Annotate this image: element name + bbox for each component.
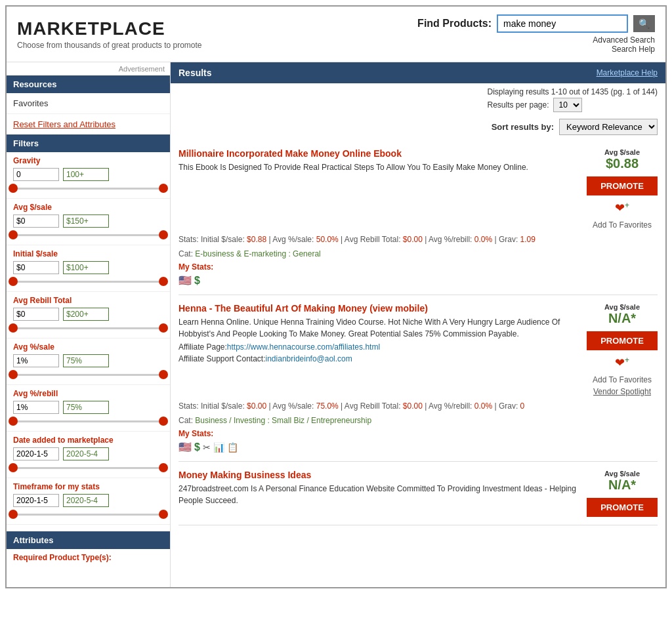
filter-avg-pct-sale-min[interactable]: [13, 354, 59, 367]
table-row: Money Making Business Ideas 247broadstre…: [178, 462, 658, 525]
product-title[interactable]: Henna - The Beautiful Art Of Making Mone…: [178, 303, 428, 314]
search-button[interactable]: 🔍: [633, 15, 655, 32]
filter-avg-pct-sale-max[interactable]: [63, 354, 109, 367]
slider-track: [13, 420, 163, 422]
slider-thumb-right[interactable]: [159, 230, 168, 239]
promote-button[interactable]: PROMOTE: [587, 176, 658, 195]
filter-gravity-slider[interactable]: [13, 184, 163, 193]
marketplace-subtitle: Choose from thousands of great products …: [17, 41, 202, 50]
header: MARKETPLACE Choose from thousands of gre…: [7, 7, 665, 62]
filter-timeframe-inputs: [13, 494, 163, 507]
filter-initial-sale-max[interactable]: [63, 261, 109, 274]
slider-thumb-left[interactable]: [9, 510, 18, 519]
tools-icon: ✂: [203, 442, 211, 453]
results-displaying: Displaying results 1-10 out of 1435 (pg.…: [488, 87, 658, 112]
search-input[interactable]: [497, 14, 628, 33]
filter-avg-pct-rebill-min[interactable]: [13, 401, 59, 414]
filter-timeframe-max[interactable]: [63, 494, 109, 507]
promote-button[interactable]: PROMOTE: [587, 331, 658, 350]
filter-avg-pct-sale-inputs: [13, 354, 163, 367]
search-row: Find Products: 🔍: [417, 14, 655, 33]
slider-thumb-left[interactable]: [9, 463, 18, 472]
filter-rebill-total-min[interactable]: [13, 308, 59, 321]
advanced-search-link[interactable]: Advanced Search: [593, 35, 655, 45]
filter-initial-sale-min[interactable]: [13, 261, 59, 274]
slider-thumb-right[interactable]: [159, 510, 168, 519]
affiliate-page-link[interactable]: https://www.hennacourse.com/affiliates.h…: [227, 342, 380, 352]
category-link[interactable]: E-business & E-marketing : General: [195, 249, 320, 258]
slider-track: [13, 281, 163, 283]
results-info: Displaying results 1-10 out of 1435 (pg.…: [171, 83, 665, 116]
product-row: Henna - The Beautiful Art Of Making Mone…: [178, 303, 658, 396]
search-label: Find Products:: [417, 18, 492, 30]
resources-title: Resources: [7, 75, 170, 93]
product-row: Money Making Business Ideas 247broadstre…: [178, 470, 658, 517]
favorites-item[interactable]: Favorites: [7, 93, 170, 114]
product-title[interactable]: Millionaire Incorporated Make Money Onli…: [178, 148, 402, 159]
marketplace-title: MARKETPLACE: [17, 18, 202, 39]
product-right: Avg $/sale $0.88 PROMOTE ❤+ Add To Favor…: [579, 148, 658, 230]
stat-rebill: $0.00: [403, 401, 423, 411]
per-page-select[interactable]: 10 20 50: [553, 98, 582, 112]
table-row: Henna - The Beautiful Art Of Making Mone…: [178, 295, 658, 462]
main-layout: Advertisement Resources Favorites Reset …: [7, 62, 665, 587]
filter-avg-sale-slider[interactable]: [13, 230, 163, 239]
filter-avg-sale-max[interactable]: [63, 214, 109, 228]
search-help-link[interactable]: Search Help: [612, 45, 655, 54]
filter-date-added-slider[interactable]: [13, 463, 163, 472]
filter-timeframe-min[interactable]: [13, 494, 59, 507]
filter-avg-pct-rebill-inputs: [13, 401, 163, 414]
product-description: This Ebook Is Designed To Provide Real P…: [178, 161, 579, 173]
reset-filters-link[interactable]: Reset Filters and Attributes: [7, 114, 170, 134]
filter-initial-sale-inputs: [13, 261, 163, 274]
filter-initial-sale-slider[interactable]: [13, 277, 163, 286]
slider-thumb-left[interactable]: [9, 230, 18, 239]
avg-sale-value: N/A*: [587, 478, 658, 493]
stat-initial: $0.88: [247, 235, 266, 244]
slider-thumb-right[interactable]: [159, 323, 168, 333]
slider-thumb-right[interactable]: [159, 370, 168, 379]
slider-thumb-left[interactable]: [9, 277, 18, 286]
filter-date-added-min[interactable]: [13, 447, 59, 460]
add-to-favorites-link[interactable]: Add To Favorites: [587, 220, 658, 230]
slider-thumb-left[interactable]: [9, 184, 18, 193]
filter-timeframe-slider[interactable]: [13, 510, 163, 519]
filter-rebill-total-max[interactable]: [63, 308, 109, 321]
my-stats-icons: 🇺🇸 $: [178, 274, 658, 287]
favorites-link[interactable]: Favorites: [13, 98, 48, 108]
filter-avg-pct-sale-slider[interactable]: [13, 370, 163, 379]
filter-avg-pct-rebill-label: Avg %/rebill: [13, 389, 163, 398]
slider-thumb-right[interactable]: [159, 184, 168, 193]
header-left: MARKETPLACE Choose from thousands of gre…: [17, 18, 202, 50]
marketplace-help-link[interactable]: Marketplace Help: [597, 68, 658, 77]
slider-thumb-right[interactable]: [159, 277, 168, 286]
filter-gravity-max[interactable]: [63, 168, 109, 181]
filter-rebill-total-label: Avg Rebill Total: [13, 296, 163, 305]
table-row: Millionaire Incorporated Make Money Onli…: [178, 140, 658, 295]
vendor-spotlight-link[interactable]: Vendor Spotlight: [587, 387, 658, 396]
promote-button[interactable]: PROMOTE: [587, 498, 658, 517]
filter-date-added-inputs: [13, 447, 163, 460]
slider-thumb-right[interactable]: [159, 463, 168, 472]
product-category: Cat: E-business & E-marketing : General: [178, 249, 658, 258]
slider-thumb-left[interactable]: [9, 417, 18, 426]
filter-gravity-min[interactable]: [13, 168, 59, 181]
category-link[interactable]: Business / Investing : Small Biz / Entre…: [195, 416, 371, 425]
slider-thumb-right[interactable]: [159, 417, 168, 426]
attributes-title: Attributes: [7, 531, 170, 549]
filter-rebill-total-slider[interactable]: [13, 323, 163, 333]
filter-avg-sale-min[interactable]: [13, 214, 59, 228]
affiliate-contact-link[interactable]: indianbrideinfo@aol.com: [266, 354, 352, 363]
add-favorites-container: ❤+ Add To Favorites: [587, 356, 658, 384]
stat-grav: 0: [520, 401, 525, 411]
add-to-favorites-link[interactable]: Add To Favorites: [587, 375, 658, 384]
product-stats: Stats: Initial $/sale: $0.88 | Avg %/sal…: [178, 235, 658, 244]
slider-thumb-left[interactable]: [9, 323, 18, 333]
filter-avg-pct-rebill-max[interactable]: [63, 401, 109, 414]
sort-select[interactable]: Keyword Relevance Popularity Avg $/sale …: [559, 119, 658, 135]
filter-avg-pct-rebill-slider[interactable]: [13, 417, 163, 426]
product-title[interactable]: Money Making Business Ideas: [178, 470, 311, 480]
slider-thumb-left[interactable]: [9, 370, 18, 379]
product-list: Millionaire Incorporated Make Money Onli…: [171, 140, 665, 525]
filter-date-added-max[interactable]: [63, 447, 109, 460]
